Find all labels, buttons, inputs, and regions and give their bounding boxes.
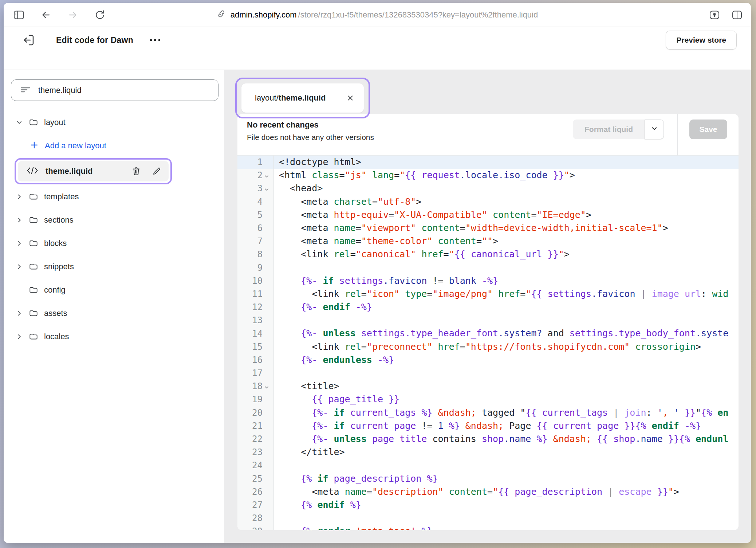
line-number: 29 [252,526,263,530]
chevron-right-icon[interactable] [16,193,23,200]
folder-label: locales [44,332,69,341]
chevron-down-icon[interactable] [16,119,23,126]
line-gutter: 26 [237,485,274,498]
save-button[interactable]: Save [689,120,727,139]
preview-store-button[interactable]: Preview store [666,31,737,50]
code-line[interactable]: 18 <title> [237,380,739,393]
line-number: 19 [252,394,263,404]
line-gutter: 24 [237,459,274,472]
sidebar-item-templates[interactable]: templates [4,185,224,208]
chevron-right-icon[interactable] [16,240,23,247]
delete-file-icon[interactable] [131,167,141,176]
folder-icon [28,285,39,295]
page-settings-icon[interactable] [708,8,721,21]
code-line[interactable]: 14 {%- unless settings.type_header_font.… [237,327,739,340]
line-number: 25 [252,474,263,484]
forward-icon[interactable] [66,8,79,21]
sidebar-item-sections[interactable]: sections [4,208,224,232]
code-line[interactable]: 25 {% if page_description %} [237,472,739,485]
code-line[interactable]: 16 {%- endunless -%} [237,353,739,367]
code-line[interactable]: 9 [237,261,739,274]
sidebar-item-assets[interactable]: assets [4,302,224,325]
code-line[interactable]: 13 [237,314,739,327]
line-gutter: 8 [237,248,274,261]
fold-chevron-icon[interactable] [263,174,271,179]
code-text [274,261,739,274]
fold-chevron-icon[interactable] [263,187,271,192]
code-line[interactable]: 12 {%- endif -%} [237,301,739,314]
line-number: 17 [252,368,263,378]
code-line[interactable]: 29 {% render 'meta-tags' %} [237,525,739,530]
rename-file-icon[interactable] [152,167,161,176]
line-gutter: 1 [237,156,274,169]
code-editor[interactable]: 1<!doctype html>2<html class="js" lang="… [237,156,739,530]
fold-chevron-icon[interactable] [263,385,271,390]
app-header: Edit code for Dawn Preview store [4,27,751,70]
code-text: {%- if current_tags %} &ndash; tagged "{… [274,406,739,419]
exit-icon[interactable] [21,33,36,47]
code-line[interactable]: 26 <meta name="description" content="{{ … [237,485,739,498]
url-bar[interactable]: admin.shopify.com/store/rzq1xu-f5/themes… [217,3,538,27]
chevron-right-icon[interactable] [16,217,23,223]
line-gutter: 29 [237,525,274,530]
format-liquid-dropdown-button[interactable] [645,120,664,139]
chevron-right-icon[interactable] [16,263,23,270]
back-icon[interactable] [39,8,52,21]
code-line[interactable]: 1<!doctype html> [237,156,739,169]
sidebar-toggle-icon[interactable] [12,8,25,21]
folder-label: sections [44,215,74,225]
add-layout-label: Add a new layout [45,141,106,150]
code-line[interactable]: 28 [237,512,739,525]
sidebar-item-layout[interactable]: layout [4,111,224,134]
code-line[interactable]: 15 <link rel="preconnect" href="https://… [237,340,739,353]
search-input[interactable] [38,86,211,95]
code-text: <meta charset="utf-8"> [274,195,739,208]
sidebar-item-snippets[interactable]: snippets [4,255,224,278]
code-line[interactable]: 24 [237,459,739,472]
code-line[interactable]: 7 <meta name="theme-color" content=""> [237,235,739,248]
code-line[interactable]: 19 {{ page_title }} [237,393,739,406]
line-number: 8 [257,249,263,259]
file-search-box[interactable] [11,79,218,101]
reload-icon[interactable] [93,8,106,21]
chevron-right-icon[interactable] [16,310,23,317]
code-line[interactable]: 4 <meta charset="utf-8"> [237,195,739,208]
sidebar-item-config[interactable]: config [4,278,224,302]
code-line[interactable]: 10 {%- if settings.favicon != blank -%} [237,274,739,287]
line-gutter: 5 [237,208,274,222]
code-line[interactable]: 11 <link rel="icon" type="image/png" hre… [237,287,739,301]
folder-icon [28,309,39,318]
code-line[interactable]: 5 <meta http-equiv="X-UA-Compatible" con… [237,208,739,222]
line-gutter: 14 [237,327,274,340]
more-options-icon[interactable] [150,39,161,41]
close-icon[interactable] [346,94,354,102]
code-line[interactable]: 8 <link rel="canonical" href="{{ canonic… [237,248,739,261]
code-line[interactable]: 6 <meta name="viewport" content="width=d… [237,222,739,235]
line-number: 20 [252,408,263,418]
chevron-right-icon[interactable] [16,333,23,340]
split-view-icon[interactable] [731,8,744,21]
code-line[interactable]: 3 <head> [237,182,739,195]
code-line[interactable]: 27 {% endif %} [237,498,739,512]
format-liquid-button[interactable]: Format liquid [573,120,645,139]
code-text: </title> [274,446,739,459]
sidebar-item-blocks[interactable]: blocks [4,232,224,255]
add-new-layout-button[interactable]: Add a new layout [4,134,224,157]
file-label: theme.liquid [46,167,121,176]
line-number: 21 [252,421,263,431]
browser-toolbar: admin.shopify.com/store/rzq1xu-f5/themes… [4,3,751,27]
line-gutter: 3 [237,182,274,195]
code-line[interactable]: 22 {%- unless page_title contains shop.n… [237,432,739,446]
sidebar-item-locales[interactable]: locales [4,325,224,348]
tab-theme-liquid[interactable]: layout/theme.liquid [241,83,364,113]
code-line[interactable]: 2<html class="js" lang="{{ request.local… [237,169,739,182]
code-line[interactable]: 21 {%- if current_page != 1 %} &ndash; P… [237,419,739,432]
line-gutter: 15 [237,340,274,353]
line-number: 13 [252,315,263,325]
code-line[interactable]: 23 </title> [237,446,739,459]
line-gutter: 6 [237,222,274,235]
code-line[interactable]: 17 [237,367,739,380]
code-text: {%- endif -%} [274,301,739,314]
code-line[interactable]: 20 {%- if current_tags %} &ndash; tagged… [237,406,739,419]
sidebar-file-theme-liquid[interactable]: theme.liquid [18,161,169,181]
